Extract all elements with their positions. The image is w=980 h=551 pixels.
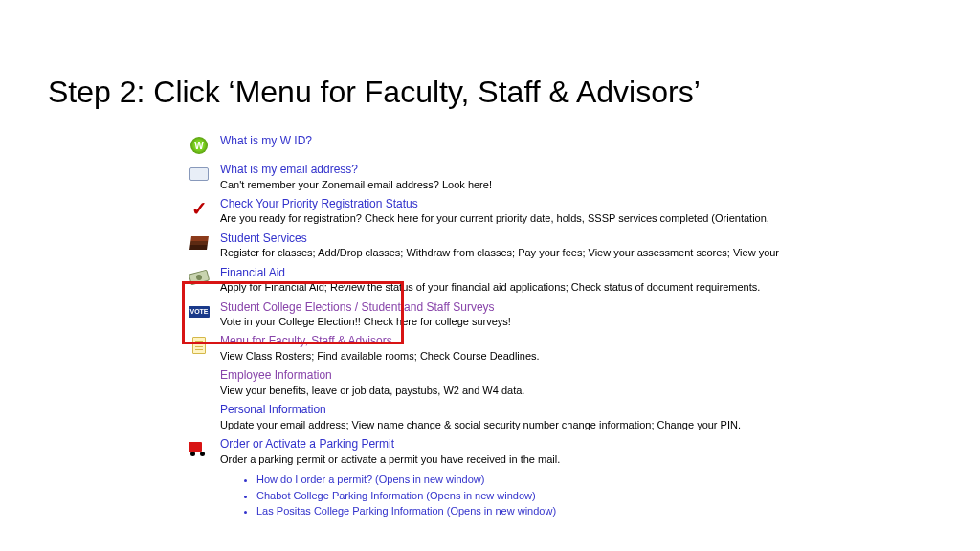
menu-item: What is my W ID? — [188, 134, 915, 157]
page-heading: Step 2: Click ‘Menu for Faculty, Staff &… — [48, 75, 701, 110]
parking-sublinks: How do I order a permit? (Opens in new w… — [239, 472, 915, 519]
menu-item-link[interactable]: Student College Elections / Student and … — [220, 300, 915, 316]
menu-item-desc: Vote in your College Election!! Check he… — [220, 315, 915, 328]
menu-item-link[interactable]: Order or Activate a Parking Permit — [220, 437, 915, 452]
blank-icon — [188, 403, 211, 426]
menu-item-desc: View your benefits, leave or job data, p… — [220, 384, 915, 397]
menu-item-link[interactable]: Check Your Priority Registration Status — [220, 197, 915, 212]
sublink[interactable]: Chabot College Parking Information (Open… — [256, 490, 536, 501]
menu-item-desc: View Class Rosters; Find available rooms… — [220, 349, 915, 363]
menu-item-desc: Register for classes; Add/Drop classes; … — [220, 246, 915, 259]
menu-item: Employee InformationView your benefits, … — [188, 368, 915, 397]
menu-item: ✓Check Your Priority Registration Status… — [188, 197, 915, 226]
menu-item: Order or Activate a Parking PermitOrder … — [188, 437, 915, 466]
menu-item-desc: Order a parking permit or activate a per… — [220, 452, 915, 466]
menu-item: Menu for Faculty, Staff & AdvisorsView C… — [188, 334, 915, 363]
sublink[interactable]: Las Positas College Parking Information … — [256, 505, 556, 517]
menu-item-link[interactable]: Student Services — [220, 231, 915, 247]
menu-item-desc: Can't remember your Zonemail email addre… — [220, 178, 915, 191]
menu-item-desc: Apply for Financial Aid; Review the stat… — [220, 280, 915, 294]
vote-icon — [188, 300, 211, 323]
books-icon — [188, 231, 211, 254]
menu-item: Financial AidApply for Financial Aid; Re… — [188, 266, 915, 295]
menu-item: Personal InformationUpdate your email ad… — [188, 403, 915, 431]
truck-icon — [188, 437, 211, 460]
menu-item-link[interactable]: What is my email address? — [220, 163, 915, 178]
menu-item: What is my email address?Can't remember … — [188, 163, 915, 191]
menu-item-link[interactable]: Menu for Faculty, Staff & Advisors — [220, 334, 915, 349]
envelope-icon — [188, 163, 211, 186]
menu-item-desc: Update your email address; View name cha… — [220, 418, 915, 431]
blank-icon — [188, 368, 211, 391]
menu-item-link[interactable]: What is my W ID? — [220, 134, 915, 149]
sublink[interactable]: How do I order a permit? (Opens in new w… — [256, 474, 484, 485]
check-icon: ✓ — [188, 197, 211, 220]
menu-list: What is my W ID?What is my email address… — [188, 134, 915, 519]
doc-icon — [188, 334, 211, 357]
w-icon — [188, 134, 211, 157]
menu-item-desc: Are you ready for registration? Check he… — [220, 211, 915, 225]
money-icon — [188, 266, 211, 289]
menu-item-link[interactable]: Financial Aid — [220, 266, 915, 281]
menu-item-link[interactable]: Personal Information — [220, 403, 915, 418]
menu-item: Student College Elections / Student and … — [188, 300, 915, 329]
menu-item: Student ServicesRegister for classes; Ad… — [188, 231, 915, 260]
menu-item-link[interactable]: Employee Information — [220, 368, 915, 384]
